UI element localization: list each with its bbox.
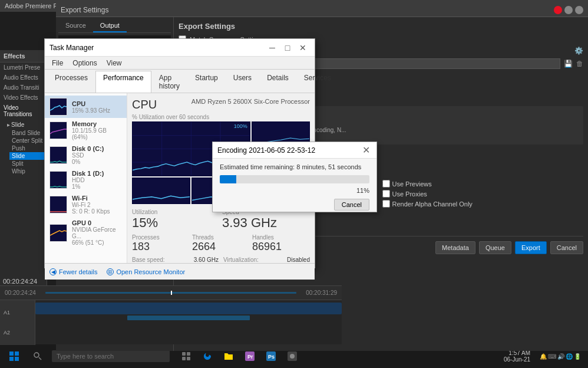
tm-tab-processes[interactable]: Processes [47, 71, 95, 93]
use-previews-checkbox[interactable] [382, 180, 390, 188]
slide-split[interactable]: Split [9, 160, 47, 167]
use-proxies-checkbox[interactable] [382, 190, 390, 198]
taskbar-search-input[interactable] [52, 350, 170, 362]
tm-disk1-info: Disk 1 (D:) HDD 1% [72, 170, 104, 190]
tm-threads-stat: Threads 2664 [192, 234, 250, 253]
tm-tab-users[interactable]: Users [226, 71, 259, 93]
timeline-time-right: 00:20:31:29 [306, 290, 337, 296]
tm-title: Task Manager [49, 44, 94, 52]
tm-sidebar-gpu[interactable]: GPU 0 NVIDIA GeForce G... 66% (51 °C) [45, 217, 127, 248]
tm-sidebar-disk0[interactable]: Disk 0 (C:) SSD 0% [45, 143, 127, 167]
svg-rect-24 [182, 352, 186, 356]
tm-close[interactable]: ✕ [296, 41, 310, 54]
export-window-controls [554, 6, 583, 14]
export-settings-title: Export Settings [179, 22, 583, 31]
tm-processes-stat: Processes 183 [132, 234, 190, 253]
queue-button[interactable]: Queue [479, 241, 511, 254]
tm-cpu-title: CPU [132, 98, 157, 111]
effects-panel-header: Effects [0, 50, 47, 63]
tab-output[interactable]: Output [93, 19, 127, 32]
current-time-display: 00:20:24:24 [3, 277, 37, 285]
svg-rect-25 [187, 352, 190, 356]
export-window-title: Export Settings [61, 6, 108, 14]
effects-item-audio[interactable]: Audio Effects [0, 73, 47, 83]
taskbar-search-button[interactable] [28, 347, 47, 366]
tm-processes-value: 183 [132, 241, 190, 253]
svg-line-23 [39, 357, 41, 360]
export-window-maximize[interactable] [575, 6, 583, 14]
tm-open-resource-link[interactable]: ⊞ Open Resource Monitor [107, 268, 185, 275]
tm-cpu-info: CPU 15% 3.93 GHz [72, 100, 110, 114]
svg-text:Ps: Ps [268, 354, 275, 360]
tm-window-controls: ─ □ ✕ [265, 41, 310, 54]
tm-threads-value: 2664 [192, 241, 250, 253]
tm-sidebar-cpu[interactable]: CPU 15% 3.93 GHz [45, 96, 127, 118]
tab-source[interactable]: Source [58, 19, 93, 32]
tm-fewer-details-link[interactable]: ◀ Fewer details [49, 268, 97, 275]
use-previews-label: Use Previews [392, 180, 432, 188]
tm-counts: Processes 183 Threads 2664 Handles 86961 [132, 234, 310, 253]
tm-cpu-processor-name: AMD Ryzen 5 2600X Six-Core Processor [191, 98, 310, 105]
effects-item-lumetri[interactable]: Lumetri Prese [0, 63, 47, 73]
tm-tab-details[interactable]: Details [259, 71, 296, 93]
render-alpha-label: Render Alpha Channel Only [392, 201, 473, 208]
tm-utilization-stat: Utilization 15% [132, 209, 220, 231]
encoding-cancel-button[interactable]: Cancel [334, 199, 369, 211]
tm-minimize[interactable]: ─ [265, 41, 279, 54]
cancel-export-button[interactable]: Cancel [550, 241, 583, 254]
tm-menubar: File Options View [45, 57, 315, 70]
tm-tab-app-history[interactable]: App history [151, 71, 187, 93]
tm-menu-options[interactable]: Options [68, 58, 101, 68]
tm-handles-stat: Handles 86961 [252, 234, 310, 253]
tm-sidebar: CPU 15% 3.93 GHz Memory 10.1/15.9 GB (64… [45, 93, 127, 263]
tm-utilization-label: % Utilization over 60 seconds [132, 114, 310, 120]
tm-menu-view[interactable]: View [102, 58, 127, 68]
tm-sidebar-memory[interactable]: Memory 10.1/15.9 GB (64%) [45, 118, 127, 143]
encoding-estimated-time: Estimated time remaining: 8 minutes, 51 … [220, 163, 369, 170]
svg-point-22 [34, 353, 39, 357]
tm-memory-info: Memory 10.1/15.9 GB (64%) [72, 120, 122, 140]
tm-tab-startup[interactable]: Startup [187, 71, 226, 93]
tm-disk1-sparkline [49, 171, 67, 189]
tm-disk0-sparkline [49, 146, 67, 164]
svg-text:Pr: Pr [247, 354, 253, 360]
encoding-title: Encoding 2021-06-05 22-53-12 [217, 146, 315, 155]
svg-rect-26 [182, 357, 186, 360]
slide-slide[interactable]: Slide [9, 152, 47, 160]
encoding-close-button[interactable]: ✕ [360, 144, 372, 156]
slide-push[interactable]: Push [9, 144, 47, 152]
svg-rect-21 [15, 357, 19, 361]
tm-tab-services[interactable]: Services [296, 71, 339, 93]
tm-base-speed: Base speed: 3.60 GHz [132, 257, 219, 263]
tm-sidebar-wifi[interactable]: Wi-Fi Wi-Fi 2 S: 0 R: 0 Kbps [45, 192, 127, 217]
tm-cpu-header: CPU AMD Ryzen 5 2600X Six-Core Processor [132, 98, 310, 111]
tm-maximize[interactable]: □ [280, 41, 295, 54]
slide-band[interactable]: Band Slide [9, 129, 47, 137]
taskbar-start-button[interactable] [5, 347, 24, 366]
export-button[interactable]: Export [515, 241, 547, 254]
svg-rect-5 [50, 225, 67, 241]
tm-titlebar: Task Manager ─ □ ✕ [45, 39, 315, 57]
tm-menu-file[interactable]: File [47, 58, 68, 68]
slide-whip[interactable]: Whip [9, 167, 47, 175]
export-window-close[interactable] [554, 6, 562, 14]
svg-rect-27 [187, 357, 190, 360]
slide-center-split[interactable]: Center Split [9, 137, 47, 144]
tm-fewer-details-icon: ◀ [49, 268, 57, 275]
effects-item-video[interactable]: Video Effects [0, 93, 47, 103]
render-alpha-checkbox[interactable] [382, 200, 390, 208]
taskbar-system-tray: 🔔 ⌨ 🔊 🌐 🔋 [540, 353, 583, 360]
taskbar-clock: 1:57 AM 06-Jun-21 [504, 350, 535, 363]
effects-item-video-trans[interactable]: Video Transitions [0, 103, 47, 119]
svg-rect-18 [9, 351, 14, 356]
slide-group[interactable]: ▸ Slide [5, 120, 47, 129]
tm-tab-performance[interactable]: Performance [95, 71, 151, 93]
svg-rect-19 [15, 351, 19, 356]
tm-gpu-sparkline [49, 224, 67, 242]
tm-tabs: Processes Performance App history Startu… [45, 70, 315, 93]
tm-sidebar-disk1[interactable]: Disk 1 (D:) HDD 1% [45, 167, 127, 192]
metadata-button[interactable]: Metadata [435, 241, 475, 254]
effects-item-audio-trans[interactable]: Audio Transiti [0, 83, 47, 93]
export-window-minimize[interactable] [564, 6, 573, 14]
tm-gpu-info: GPU 0 NVIDIA GeForce G... 66% (51 °C) [72, 219, 122, 246]
